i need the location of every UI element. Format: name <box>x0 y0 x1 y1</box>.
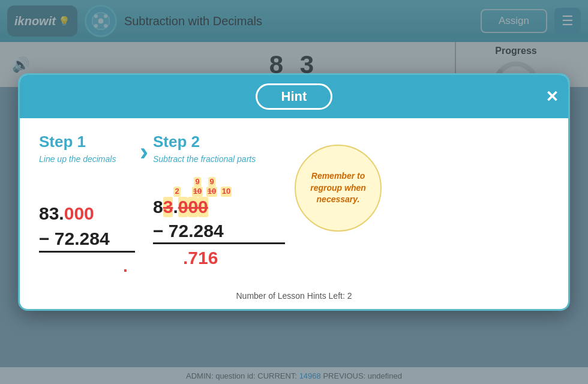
regroup-top: 2 9 10 9 10 <box>159 170 285 197</box>
arrow-icon: › <box>140 137 148 166</box>
char-3-crossed: 3 <box>163 197 173 217</box>
remember-text: Remember to regroup when necessary. <box>303 170 373 206</box>
rg-10b: 10 <box>206 187 217 197</box>
step1-line1: 83.000 <box>39 203 94 224</box>
regroup-2: 2 <box>173 187 180 197</box>
step2-result: .716 <box>153 248 285 268</box>
rg-10c: 10 <box>221 187 232 197</box>
minus-sign2: − 72.284 <box>153 221 224 241</box>
char-0b-crossed: 0 <box>188 197 198 217</box>
col-0a: 9 10 <box>190 177 205 197</box>
result-value: .716 <box>153 248 218 268</box>
rg-9b: 9 <box>208 177 215 187</box>
modal-overlay: Hint ✕ Step 1 Line up the decimals 83.00… <box>0 0 588 384</box>
step2-box: Step 2 Subtract the fractional parts 2 <box>153 133 285 268</box>
step2-line1: 8 3 . 0 0 0 <box>153 197 285 217</box>
step2-heading: Step 2 <box>153 133 285 151</box>
hints-left-text: Number of Lesson Hints Left: 2 <box>236 291 352 301</box>
step2-underline <box>153 242 285 244</box>
step2-line2: − 72.284 <box>153 221 285 241</box>
step2-math: 2 9 10 9 10 <box>153 170 285 268</box>
step2-description: Subtract the fractional parts <box>153 154 285 164</box>
step1-math: 83.000 − 72.284 . <box>39 179 135 277</box>
modal-body: Step 1 Line up the decimals 83.000 − 72.… <box>20 118 568 286</box>
char-8: 8 <box>153 197 163 217</box>
modal-footer: Number of Lesson Hints Left: 2 <box>20 286 568 309</box>
remember-bubble: Remember to regroup when necessary. <box>295 145 382 232</box>
modal-header: Hint ✕ <box>20 75 568 118</box>
char-0c-crossed: 0 <box>198 197 208 217</box>
modal-title: Hint <box>256 83 333 110</box>
rg-9a: 9 <box>194 177 200 187</box>
char-dot2: . <box>173 197 178 217</box>
step-arrow: › <box>135 137 153 166</box>
col-3: 2 <box>171 187 183 197</box>
rg-10a: 10 <box>192 187 203 197</box>
step1-heading: Step 1 <box>39 133 135 151</box>
step1-box: Step 1 Line up the decimals 83.000 − 72.… <box>39 133 135 277</box>
hint-modal: Hint ✕ Step 1 Line up the decimals 83.00… <box>18 73 570 311</box>
col-0c: 10 <box>219 187 233 197</box>
char-0a-crossed: 0 <box>178 197 188 217</box>
step1-underline <box>39 251 135 253</box>
step1-description: Line up the decimals <box>39 154 135 164</box>
step1-line2: − 72.284 <box>39 228 110 250</box>
step1-equation: 83.000 − 72.284 . <box>39 179 135 277</box>
col-0b: 9 10 <box>205 177 219 197</box>
modal-close-button[interactable]: ✕ <box>545 89 559 104</box>
